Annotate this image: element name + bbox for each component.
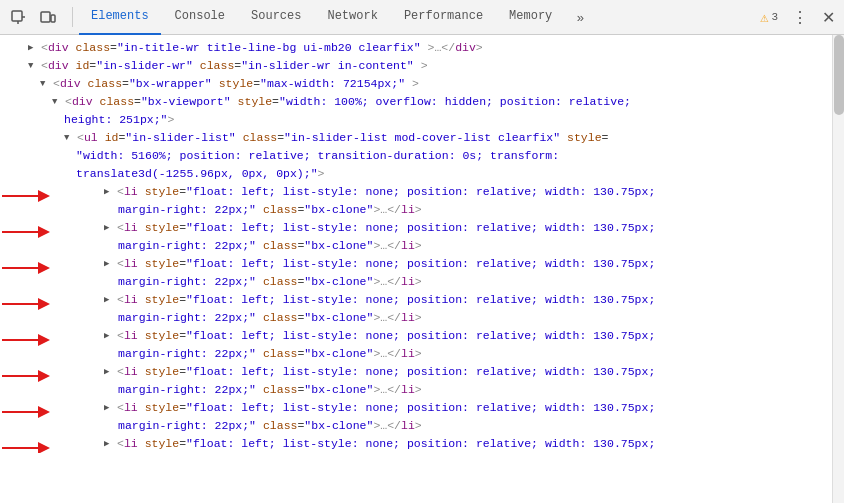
warning-icon: ⚠ — [760, 9, 768, 26]
dom-line-5[interactable]: <ul id="in-slider-list" class="in-slider… — [0, 129, 832, 183]
tab-elements[interactable]: Elements — [79, 0, 161, 35]
inspect-element-button[interactable] — [4, 3, 32, 31]
dom-line-12[interactable]: <li style="float: left; list-style: none… — [0, 399, 832, 435]
dom-line-9[interactable]: <li style="float: left; list-style: none… — [0, 291, 832, 327]
devtools-toolbar: Elements Console Sources Network Perform… — [0, 0, 844, 35]
dom-node-continuation: margin-right: 22px;" class="bx-clone">…<… — [4, 345, 828, 363]
dom-node-continuation: margin-right: 22px;" class="bx-clone">…<… — [4, 309, 828, 327]
device-toolbar-button[interactable] — [34, 3, 62, 31]
expand-toggle[interactable] — [104, 435, 116, 453]
expand-toggle[interactable] — [104, 363, 116, 381]
dom-node-continuation: margin-right: 22px;" class="bx-clone">…<… — [4, 273, 828, 291]
dom-node-continuation-2: translate3d(-1255.96px, 0px, 0px);"> — [4, 165, 828, 183]
more-options-button[interactable]: ⋮ — [788, 5, 812, 29]
expand-toggle[interactable] — [104, 291, 116, 309]
more-tabs-button[interactable]: » — [566, 3, 594, 31]
expand-toggle[interactable] — [104, 327, 116, 345]
dom-content: <div class="in-title-wr title-line-bg ui… — [0, 35, 832, 457]
expand-toggle[interactable] — [40, 75, 52, 93]
dom-node-content: <li style="float: left; list-style: none… — [117, 183, 828, 201]
svg-rect-0 — [12, 11, 22, 21]
dom-node-content: <li style="float: left; list-style: none… — [117, 399, 828, 417]
expand-toggle[interactable] — [52, 93, 64, 111]
dom-node-content: <div id="in-slider-wr" class="in-slider-… — [41, 57, 828, 75]
dom-line-7[interactable]: <li style="float: left; list-style: none… — [0, 219, 832, 255]
expand-toggle[interactable] — [104, 399, 116, 417]
dom-node-continuation: "width: 5160%; position: relative; trans… — [4, 147, 828, 165]
dom-node-content: <ul id="in-slider-list" class="in-slider… — [77, 129, 828, 147]
scrollbar-thumb[interactable] — [834, 35, 844, 115]
close-devtools-button[interactable]: ✕ — [816, 5, 840, 29]
dom-node-continuation: height: 251px;"> — [4, 111, 828, 129]
dom-line-3[interactable]: <div class="bx-wrapper" style="max-width… — [0, 75, 832, 93]
dom-line-1[interactable]: <div class="in-title-wr title-line-bg ui… — [0, 39, 832, 57]
dom-line-10[interactable]: <li style="float: left; list-style: none… — [0, 327, 832, 363]
dom-node-continuation: margin-right: 22px;" class="bx-clone">…<… — [4, 417, 828, 435]
svg-rect-4 — [51, 15, 55, 22]
dom-line-4[interactable]: <div class="bx-viewport" style="width: 1… — [0, 93, 832, 129]
dom-node-continuation: margin-right: 22px;" class="bx-clone">…<… — [4, 381, 828, 399]
warning-count: 3 — [771, 11, 778, 23]
expand-toggle[interactable] — [104, 219, 116, 237]
dom-node-content: <li style="float: left; list-style: none… — [117, 363, 828, 381]
dom-line-13[interactable]: <li style="float: left; list-style: none… — [0, 435, 832, 453]
dom-line-6[interactable]: <li style="float: left; list-style: none… — [0, 183, 832, 219]
tab-network[interactable]: Network — [315, 0, 389, 35]
tab-performance[interactable]: Performance — [392, 0, 495, 35]
vertical-scrollbar[interactable] — [832, 35, 844, 503]
expand-toggle[interactable] — [104, 255, 116, 273]
expand-toggle[interactable] — [28, 39, 40, 57]
dom-node-continuation: margin-right: 22px;" class="bx-clone">…<… — [4, 237, 828, 255]
dom-node-content: <li style="float: left; list-style: none… — [117, 219, 828, 237]
warning-badge[interactable]: ⚠ 3 — [754, 7, 784, 28]
dom-line-11[interactable]: <li style="float: left; list-style: none… — [0, 363, 832, 399]
tab-memory[interactable]: Memory — [497, 0, 564, 35]
tab-sources[interactable]: Sources — [239, 0, 313, 35]
dom-node-content: <li style="float: left; list-style: none… — [117, 291, 828, 309]
dom-node-content: <li style="float: left; list-style: none… — [117, 327, 828, 345]
toolbar-icons — [4, 3, 62, 31]
toolbar-separator — [72, 7, 73, 27]
expand-toggle[interactable] — [64, 129, 76, 147]
svg-rect-3 — [41, 12, 50, 22]
dom-node-content: <div class="bx-wrapper" style="max-width… — [53, 75, 828, 93]
dom-node-content: <li style="float: left; list-style: none… — [117, 435, 828, 453]
toolbar-right: ⚠ 3 ⋮ ✕ — [754, 5, 840, 29]
dom-node-content: <li style="float: left; list-style: none… — [117, 255, 828, 273]
expand-toggle[interactable] — [104, 183, 116, 201]
expand-toggle[interactable] — [28, 57, 40, 75]
dom-node-content: <div class="in-title-wr title-line-bg ui… — [41, 39, 828, 57]
dom-node-continuation: margin-right: 22px;" class="bx-clone">…<… — [4, 201, 828, 219]
tab-console[interactable]: Console — [163, 0, 237, 35]
dom-node-content: <div class="bx-viewport" style="width: 1… — [65, 93, 828, 111]
dom-panel: <div class="in-title-wr title-line-bg ui… — [0, 35, 832, 503]
main-area: <div class="in-title-wr title-line-bg ui… — [0, 35, 844, 503]
dom-line-2[interactable]: <div id="in-slider-wr" class="in-slider-… — [0, 57, 832, 75]
dom-line-8[interactable]: <li style="float: left; list-style: none… — [0, 255, 832, 291]
